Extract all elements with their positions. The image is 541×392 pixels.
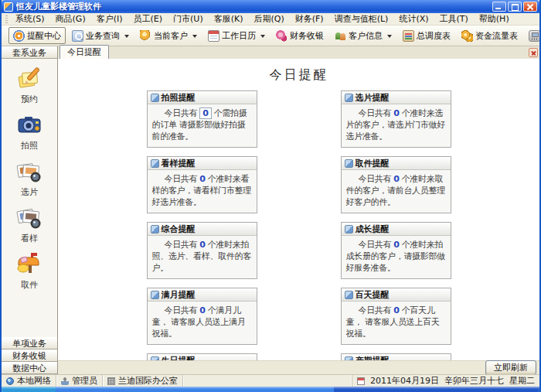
reminder-count: 0 bbox=[393, 108, 399, 118]
reminder-card-icon bbox=[151, 159, 159, 168]
reminder-card-icon bbox=[345, 225, 353, 233]
menu-item-postproduction[interactable]: 后期(Q) bbox=[249, 13, 290, 25]
reminder-prefix: 今日共有 bbox=[165, 305, 198, 315]
menu-item-service[interactable]: 客服(K) bbox=[209, 13, 249, 25]
toolbar-sms-center[interactable]: 短信中心 bbox=[524, 27, 541, 44]
sidebar-item-sample-viewing[interactable]: 看样 bbox=[5, 203, 54, 247]
reminder-count: 0 bbox=[393, 240, 399, 250]
toolbar-business-query[interactable]: 业务查询 bbox=[67, 27, 134, 44]
reminder-card: 综合提醒 今日共有0个准时来拍照、选片、看样、取件的客户。 bbox=[147, 222, 257, 279]
toolbar-reminder-center[interactable]: 提醒中心 bbox=[9, 27, 66, 44]
tab-close-icon[interactable] bbox=[529, 48, 538, 57]
sidebar-item-label: 取件 bbox=[21, 279, 38, 291]
office-building-icon bbox=[107, 377, 115, 385]
reminder-card-title: 百天提醒 bbox=[356, 289, 390, 301]
cashflow-icon bbox=[461, 30, 473, 42]
app-window: 恒友儿童影楼管理软件 系统(S) 商品(G) 客户(I) 员工(E) 门市(U)… bbox=[0, 0, 541, 392]
reminder-card-title: 成长提醒 bbox=[356, 223, 390, 235]
toolbar-label: 资金流量表 bbox=[475, 30, 518, 42]
sidebar-button-finance-cashier[interactable]: 财务收银 bbox=[2, 349, 57, 362]
sidebar-item-photo-shoot[interactable]: 拍照 bbox=[5, 110, 54, 154]
toolbar-label: 财务收银 bbox=[290, 30, 324, 42]
restore-button[interactable] bbox=[508, 2, 522, 12]
reminder-count: 0 bbox=[393, 174, 399, 184]
reminder-count: 0 bbox=[199, 240, 205, 250]
reminder-count: 0 bbox=[199, 174, 205, 184]
menu-item-finance[interactable]: 财务(F) bbox=[290, 13, 329, 25]
calendar-icon bbox=[208, 30, 219, 42]
reminder-card-header: 百天提醒 bbox=[342, 288, 451, 302]
toolbar-customer-info[interactable]: 客户信息 bbox=[330, 27, 396, 44]
reminder-text: 今日共有0个准时来拍照、选片、看样、取件的客户。 bbox=[152, 239, 252, 274]
reminder-card-header: 成长提醒 bbox=[342, 223, 451, 236]
sidebar-item-label: 拍照 bbox=[21, 140, 38, 152]
sidebar-item-photo-selection[interactable]: 选片 bbox=[5, 156, 54, 200]
reminder-count: 0 bbox=[199, 305, 205, 315]
status-date-lunar: 辛卯年三月十七 bbox=[444, 375, 504, 387]
reminder-icon bbox=[13, 30, 25, 42]
toolbar-label: 业务查询 bbox=[86, 30, 120, 42]
reminder-card-body: 今日共有0个准时来拍照、选片、看样、取件的客户。 bbox=[148, 236, 257, 278]
reminder-card-header: 综合提醒 bbox=[148, 223, 257, 236]
menu-item-customer[interactable]: 客户(I) bbox=[91, 13, 128, 25]
menu-item-tools[interactable]: 工具(T) bbox=[434, 13, 474, 25]
menu-item-staff[interactable]: 员工(E) bbox=[128, 13, 168, 25]
reminder-text: 今日共有0个满月儿童， 请客服人员送上满月祝福。 bbox=[152, 305, 252, 339]
menu-item-statistics[interactable]: 统计(X) bbox=[393, 13, 434, 25]
reminder-card-title: 拍照提醒 bbox=[162, 92, 196, 104]
sidebar-item-pickup[interactable]: 取件 bbox=[5, 249, 54, 293]
reminder-card: 满月提醒 今日共有0个满月儿童， 请客服人员送上满月祝福。 bbox=[147, 288, 257, 345]
sidebar-button-data-center[interactable]: 数据中心 bbox=[2, 362, 57, 374]
refresh-now-button[interactable]: 立即刷新 bbox=[485, 360, 536, 375]
toolbar: 提醒中心 业务查询 当前客户 工作日历 财务收银 客户信息 总调度表 资金流量表… bbox=[2, 26, 539, 46]
reminder-card-body: 今日共有0个准时来看样的客户，请看样门市整理好选片准备。 bbox=[148, 170, 257, 213]
reminder-card: 选片提醒 今日共有0个准时来选片的客户，请选片门市做好选片准备。 bbox=[341, 90, 451, 148]
menu-item-system[interactable]: 系统(S) bbox=[10, 13, 50, 25]
menu-item-goods[interactable]: 商品(G) bbox=[50, 13, 91, 25]
reminder-card-icon bbox=[345, 94, 353, 102]
search-icon bbox=[72, 30, 83, 42]
reminder-card: 产期提醒 今日共有0个儿童出生， 请客服人员做好工作准备。 bbox=[341, 353, 451, 360]
minimize-button[interactable] bbox=[492, 2, 506, 12]
tab-today-reminder[interactable]: 今日提醒 bbox=[60, 45, 109, 59]
toolbar-current-customer[interactable]: 当前客户 bbox=[135, 27, 202, 44]
reminder-prefix: 今日共有 bbox=[165, 174, 198, 184]
sidebar-item-label: 预约 bbox=[21, 94, 38, 105]
reminder-card-icon bbox=[345, 291, 353, 299]
toolbar-work-calendar[interactable]: 工作日历 bbox=[203, 27, 270, 44]
reminder-card-header: 看样提醒 bbox=[148, 157, 257, 170]
reminder-card-header: 产期提醒 bbox=[342, 354, 451, 360]
close-button[interactable] bbox=[523, 2, 537, 12]
reminder-card: 拍照提醒 今日共有0个需拍摄的订单 请摄影部做好拍摄前的准备。 bbox=[147, 90, 257, 148]
reminder-prefix: 今日共有 bbox=[165, 108, 198, 118]
reminder-prefix: 今日共有 bbox=[359, 108, 392, 118]
reminder-count: 0 bbox=[199, 107, 211, 119]
sidebar-button-single-business[interactable]: 单项业务 bbox=[2, 337, 57, 349]
reminder-card-title: 看样提醒 bbox=[162, 158, 196, 169]
toolbar-cash-flow[interactable]: 资金流量表 bbox=[457, 27, 522, 44]
sidebar-item-appointment[interactable]: 预约 bbox=[5, 63, 54, 107]
reminder-text: 今日共有0个百天儿童， 请客服人员送上百天祝福。 bbox=[346, 305, 446, 339]
reminder-page: 今日提醒 拍照提醒 今日共有0个需拍摄的订单 请摄影部做好拍摄前的准备。 选片提… bbox=[58, 59, 539, 360]
reminder-card-header: 满月提醒 bbox=[148, 288, 257, 302]
toolbar-finance-cashier[interactable]: 财务收银 bbox=[271, 27, 328, 44]
sidebar: 套系业务 预约 bbox=[2, 46, 58, 374]
reminder-card-title: 综合提醒 bbox=[162, 223, 196, 235]
content-area: 今日提醒 今日提醒 拍照提醒 今日共有0个需拍摄的订单 请摄影部做好拍摄前的准备… bbox=[58, 46, 539, 374]
menu-item-help[interactable]: 帮助(H) bbox=[474, 13, 515, 25]
status-date-gregorian: 2011年04月19日 bbox=[370, 375, 439, 387]
menu-item-store[interactable]: 门市(U) bbox=[168, 13, 209, 25]
coin-icon bbox=[140, 30, 151, 42]
tab-strip: 今日提醒 bbox=[58, 46, 539, 59]
menu-item-survey[interactable]: 调查与值柜(L) bbox=[329, 13, 394, 25]
toolbar-label: 当前客户 bbox=[154, 30, 188, 42]
sidebar-header-package-business[interactable]: 套系业务 bbox=[2, 46, 57, 59]
cards-grid: 拍照提醒 今日共有0个需拍摄的订单 请摄影部做好拍摄前的准备。 选片提醒 今日共… bbox=[147, 90, 451, 360]
toolbar-label: 客户信息 bbox=[349, 30, 383, 42]
page-title: 今日提醒 bbox=[58, 67, 539, 84]
reminder-card-title: 生日提醒 bbox=[162, 355, 196, 361]
status-location: 兰迪国际办公室 bbox=[103, 375, 183, 387]
main-area: 套系业务 预约 bbox=[2, 46, 539, 374]
toolbar-master-schedule[interactable]: 总调度表 bbox=[398, 27, 455, 44]
status-network-label: 本地网络 bbox=[17, 375, 51, 387]
